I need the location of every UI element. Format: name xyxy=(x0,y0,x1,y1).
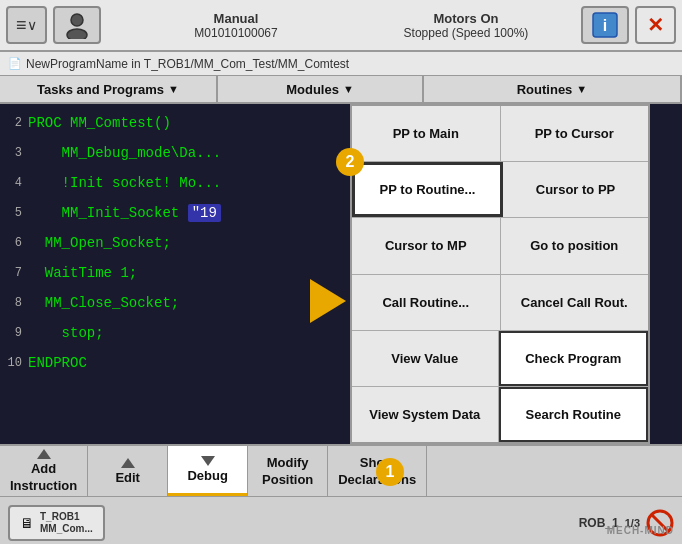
watermark: MECH-MIND xyxy=(607,525,674,536)
routines-column-header[interactable]: Routines ▼ xyxy=(424,76,682,102)
column-headers: Tasks and Programs ▼ Modules ▼ Routines … xyxy=(0,76,682,104)
chevron-down-icon: ∨ xyxy=(27,17,37,33)
svg-point-0 xyxy=(71,14,83,26)
status-section: Manual M01010100067 xyxy=(121,11,351,40)
breadcrumb-icon: 📄 xyxy=(8,57,22,70)
menu-pp-to-routine[interactable]: PP to Routine... xyxy=(352,162,503,217)
svg-text:i: i xyxy=(603,17,607,34)
menu-search-routine[interactable]: Search Routine xyxy=(499,387,649,442)
code-text-6: MM_Open_Socket; xyxy=(28,235,171,251)
top-bar-left: ≡ ∨ xyxy=(6,6,121,44)
line-num-9: 9 xyxy=(0,326,28,340)
code-text-8: MM_Close_Socket; xyxy=(28,295,179,311)
status-bar: 🖥 T_ROB1 MM_Com... ROB_1 1/3 xyxy=(0,496,682,544)
modules-column-header[interactable]: Modules ▼ xyxy=(218,76,424,102)
dropdown-menu: PP to Main PP to Cursor PP to Routine...… xyxy=(350,104,650,444)
code-text-7: WaitTime 1; xyxy=(28,265,137,281)
status-id: M01010100067 xyxy=(121,26,351,40)
routines-arrow-icon: ▼ xyxy=(576,83,587,95)
menu-row-3: Cursor to MP Go to position xyxy=(352,218,648,274)
badge-1: 1 xyxy=(376,458,404,486)
task-tab[interactable]: 🖥 T_ROB1 MM_Com... xyxy=(8,505,105,541)
add-instruction-button[interactable]: Add Instruction xyxy=(0,446,88,496)
menu-row-4: Call Routine... Cancel Call Rout. xyxy=(352,275,648,331)
code-text-9: stop; xyxy=(28,325,104,341)
line-num-3: 3 xyxy=(0,146,28,160)
menu-cancel-call-rout[interactable]: Cancel Call Rout. xyxy=(501,275,649,330)
menu-row-5: View Value Check Program xyxy=(352,331,648,387)
line-num-4: 4 xyxy=(0,176,28,190)
line-num-5: 5 xyxy=(0,206,28,220)
motors-section: Motors On Stopped (Speed 100%) xyxy=(351,11,581,40)
breadcrumb-text: NewProgramName in T_ROB1/MM_Com_Test/MM_… xyxy=(26,57,349,71)
user-icon xyxy=(63,11,91,39)
instruction-label: Instruction xyxy=(10,478,77,493)
edit-arrow-up-icon xyxy=(121,458,135,468)
line-num-10: 10 xyxy=(0,356,28,370)
routines-label: Routines xyxy=(517,82,573,97)
task-tab-icon: 🖥 xyxy=(20,515,34,531)
menu-view-value[interactable]: View Value xyxy=(352,331,499,386)
close-icon: ✕ xyxy=(647,13,664,37)
menu-check-program[interactable]: Check Program xyxy=(499,331,649,386)
task-tab-text: T_ROB1 MM_Com... xyxy=(40,511,93,535)
menu-cursor-to-mp[interactable]: Cursor to MP xyxy=(352,218,501,273)
debug-label: Debug xyxy=(187,468,227,483)
tasks-column-header[interactable]: Tasks and Programs ▼ xyxy=(0,76,218,102)
debug-button[interactable]: Debug xyxy=(168,446,248,496)
badge-2: 2 xyxy=(336,148,364,176)
code-text-2: PROC MM_Comtest() xyxy=(28,115,171,131)
menu-cursor-to-pp[interactable]: Cursor to PP xyxy=(503,162,648,217)
modules-label: Modules xyxy=(286,82,339,97)
modules-arrow-icon: ▼ xyxy=(343,83,354,95)
menu-pp-to-main[interactable]: PP to Main xyxy=(352,106,501,161)
task-sub: MM_Com... xyxy=(40,523,93,535)
menu-row-1: PP to Main PP to Cursor xyxy=(352,106,648,162)
main-content: 2 PROC MM_Comtest() 3 MM_Debug_mode\Da..… xyxy=(0,104,682,444)
user-icon-button[interactable] xyxy=(53,6,101,44)
motors-title: Motors On xyxy=(351,11,581,26)
code-highlight-5: "19 xyxy=(188,204,221,222)
close-button[interactable]: ✕ xyxy=(635,6,676,44)
edit-label: Edit xyxy=(115,470,140,485)
code-text-3: MM_Debug_mode\Da... xyxy=(28,145,221,161)
hamburger-button[interactable]: ≡ ∨ xyxy=(6,6,47,44)
menu-row-6: View System Data Search Routine xyxy=(352,387,648,442)
menu-go-to-position[interactable]: Go to position xyxy=(501,218,649,273)
info-button[interactable]: i xyxy=(581,6,629,44)
menu-view-system-data[interactable]: View System Data xyxy=(352,387,499,442)
debug-arrow-down-icon xyxy=(201,456,215,466)
menu-call-routine[interactable]: Call Routine... xyxy=(352,275,501,330)
line-num-8: 8 xyxy=(0,296,28,310)
hamburger-icon: ≡ xyxy=(16,15,27,36)
tasks-arrow-icon: ▼ xyxy=(168,83,179,95)
tasks-label: Tasks and Programs xyxy=(37,82,164,97)
edit-button[interactable]: Edit xyxy=(88,446,168,496)
play-arrow-icon xyxy=(310,279,346,323)
add-label: Add xyxy=(31,461,56,476)
status-title: Manual xyxy=(121,11,351,26)
menu-pp-to-cursor[interactable]: PP to Cursor xyxy=(501,106,649,161)
code-text-5: MM_Init_Socket xyxy=(28,205,188,221)
bottom-toolbar: Add Instruction Edit Debug Modify Positi… xyxy=(0,444,682,496)
motors-sub: Stopped (Speed 100%) xyxy=(351,26,581,40)
svg-point-1 xyxy=(67,29,87,39)
modify-position-button[interactable]: Modify Position xyxy=(248,446,328,496)
task-label: T_ROB1 xyxy=(40,511,93,523)
code-text-10: ENDPROC xyxy=(28,355,87,371)
top-bar-right: i ✕ xyxy=(581,6,676,44)
code-text-4: !Init socket! Mo... xyxy=(28,175,221,191)
line-num-7: 7 xyxy=(0,266,28,280)
arrow-up-icon xyxy=(37,449,51,459)
position-label: Position xyxy=(262,472,313,487)
line-num-6: 6 xyxy=(0,236,28,250)
info-icon: i xyxy=(591,11,619,39)
breadcrumb: 📄 NewProgramName in T_ROB1/MM_Com_Test/M… xyxy=(0,52,682,76)
modify-label: Modify xyxy=(267,455,309,470)
menu-row-2: PP to Routine... Cursor to PP xyxy=(352,162,648,218)
top-bar: ≡ ∨ Manual M01010100067 Motors On Stoppe… xyxy=(0,0,682,52)
line-num-2: 2 xyxy=(0,116,28,130)
